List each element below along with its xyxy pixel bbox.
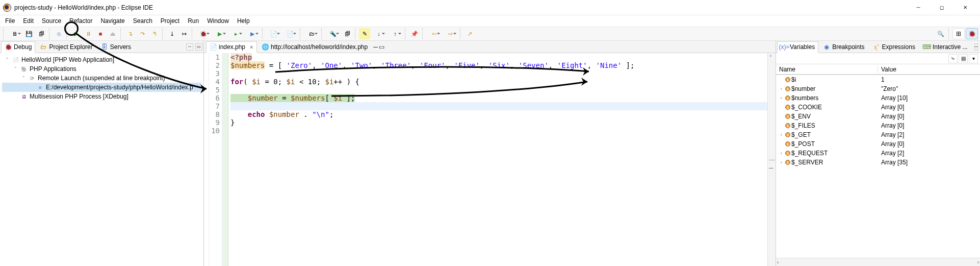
forward-button[interactable]: ⇨ <box>443 28 458 39</box>
search-button[interactable]: 🔦 <box>325 28 341 39</box>
quick-access-button[interactable]: 🔍 <box>935 28 946 39</box>
menu-source[interactable]: Source <box>38 16 65 26</box>
maximize-editor-button[interactable]: ▭ <box>379 43 384 51</box>
new-php-button[interactable]: 📄 <box>266 28 281 39</box>
minimize-vars-button[interactable]: ─ <box>974 43 978 51</box>
expander-icon[interactable] <box>778 104 784 110</box>
step-into-button[interactable]: ↴ <box>124 28 136 39</box>
scroll-left-icon[interactable]: ‹ <box>777 259 779 265</box>
collapse-all-button[interactable]: ▤ <box>959 54 968 63</box>
variable-row[interactable]: ›$$numbersArray [10] <box>776 93 980 103</box>
expander-icon[interactable] <box>778 77 784 83</box>
variable-row[interactable]: ›$$_GETArray [2] <box>776 130 980 139</box>
menu-project[interactable]: Project <box>157 16 184 26</box>
column-value-header[interactable]: Value <box>878 66 980 73</box>
tab-interactive[interactable]: ⌨ Interactive ... <box>920 41 971 53</box>
tree-row-app[interactable]: ˅ 📄 HelloWorld [PHP Web Application] <box>2 55 201 64</box>
tree-row-stack-frame[interactable]: ≡ E:/development/projects-study/php/Hell… <box>2 83 201 92</box>
suspend-button[interactable]: ⏸ <box>83 28 94 39</box>
back-button[interactable]: ⇦ <box>426 28 442 39</box>
expander-icon[interactable]: › <box>778 86 784 92</box>
open-task-button[interactable]: 🗐 <box>342 28 353 39</box>
debug-button[interactable]: 🐞 <box>196 28 211 39</box>
expander-icon[interactable]: ˅ <box>12 66 18 72</box>
tab-project-explorer[interactable]: 🗁 Project Explorer <box>36 41 96 53</box>
new-class-button[interactable]: 📄 <box>282 28 298 39</box>
save-all-button[interactable]: 🗐 <box>36 28 47 39</box>
view-menu-button[interactable]: ▾ <box>969 54 978 63</box>
open-type-button[interactable]: 🗁 <box>304 28 319 39</box>
minimize-view-button[interactable]: ─ <box>186 43 193 51</box>
maximize-view-button[interactable]: ▭ <box>195 43 202 51</box>
variable-row[interactable]: $$_COOKIEArray [0] <box>776 103 980 112</box>
next-annotation-button[interactable]: ↓ <box>371 28 386 39</box>
variable-row[interactable]: ›$$_SERVERArray [35] <box>776 158 980 167</box>
expander-icon[interactable]: › <box>778 132 784 138</box>
close-button[interactable]: ✕ <box>953 0 977 15</box>
tree-row-remote-launch[interactable]: ˅ ⟳ Remote Launch (suspended at line bre… <box>2 74 201 83</box>
editor-tab-browser[interactable]: 🌐 http://localhost/helloworld/index.php <box>258 41 371 53</box>
menu-edit[interactable]: Edit <box>19 16 38 26</box>
tab-breakpoints[interactable]: ◉ Breakpoints <box>819 41 868 53</box>
new-button[interactable]: 🗎 <box>7 28 22 39</box>
variable-row[interactable]: $$_ENVArray [0] <box>776 112 980 121</box>
menu-file[interactable]: File <box>1 16 19 26</box>
menu-search[interactable]: Search <box>129 16 157 26</box>
expander-icon[interactable] <box>778 113 784 119</box>
drop-to-frame-button[interactable]: ⤓ <box>166 28 177 39</box>
editor-scrollbar[interactable] <box>767 53 776 266</box>
open-perspective-button[interactable]: ⊞ <box>952 28 965 39</box>
minimize-editor-button[interactable]: ─ <box>373 43 378 51</box>
expander-icon[interactable]: ˅ <box>4 57 10 63</box>
save-button[interactable]: 💾 <box>23 28 35 39</box>
menu-run[interactable]: Run <box>184 16 203 26</box>
show-type-names-button[interactable]: ⤷ <box>948 54 958 63</box>
menu-navigate[interactable]: Navigate <box>96 16 128 26</box>
expander-icon[interactable]: › <box>778 159 784 165</box>
scroll-right-icon[interactable]: › <box>977 259 979 265</box>
close-icon[interactable]: ✕ <box>249 44 253 50</box>
expander-icon[interactable] <box>778 141 784 147</box>
coverage-button[interactable]: ▸ <box>228 28 244 39</box>
step-over-button[interactable]: ↷ <box>137 28 148 39</box>
expander-icon[interactable] <box>778 123 784 129</box>
menu-help[interactable]: Help <box>233 16 254 26</box>
expander-icon[interactable]: › <box>778 95 784 101</box>
menu-window[interactable]: Window <box>203 16 233 26</box>
tab-expressions[interactable]: ᶍ⁼ Expressions <box>869 41 919 53</box>
code-editor[interactable]: 1 2 3 4 5 6 7 8 9 10 <?php $numbers = [ … <box>204 53 776 266</box>
fold-column[interactable] <box>204 53 209 266</box>
variable-row[interactable]: ›$$_REQUESTArray [2] <box>776 149 980 158</box>
expander-icon[interactable]: ˅ <box>20 75 27 81</box>
step-return-button[interactable]: ↰ <box>149 28 160 39</box>
tab-variables[interactable]: (x)= Variables <box>777 41 818 53</box>
run-last-button[interactable]: ▶ <box>245 28 260 39</box>
editor-tab-indexphp[interactable]: 📄 index.php ✕ <box>206 41 257 53</box>
expander-icon[interactable]: › <box>778 150 784 156</box>
prev-annotation-button[interactable]: ↑ <box>388 28 403 39</box>
debug-perspective-button[interactable]: 🐞 <box>966 28 978 39</box>
resume-button[interactable]: ▶ <box>70 28 82 39</box>
step-filters-button[interactable]: ↦ <box>178 28 190 39</box>
variable-row[interactable]: ›$$number"Zero" <box>776 84 980 93</box>
variables-hscroll[interactable]: ‹ › <box>776 258 980 266</box>
column-name-header[interactable]: Name <box>776 66 878 73</box>
terminate-button[interactable]: ■ <box>95 28 106 39</box>
toggle-mark-button[interactable]: ✎ <box>359 28 370 39</box>
code-area[interactable]: <?php $numbers = [ 'Zero', 'One', 'Two',… <box>228 53 767 266</box>
variable-row[interactable]: $$_FILESArray [0] <box>776 121 980 130</box>
skip-breakpoints-button[interactable]: ⦸ <box>53 28 64 39</box>
maximize-button[interactable]: ◻ <box>930 0 953 15</box>
tree-row-phpapps[interactable]: ˅ 🐘 PHP Applications <box>2 64 201 74</box>
minimize-button[interactable]: ─ <box>907 0 930 15</box>
variable-row[interactable]: $$_POSTArray [0] <box>776 139 980 149</box>
pin-editor-button[interactable]: 📌 <box>409 28 420 39</box>
show-in-button[interactable]: ↗ <box>464 28 475 39</box>
run-button[interactable]: ▶ <box>212 28 227 39</box>
tree-row-multisession[interactable]: 🖥 Multisession PHP Process [XDebug] <box>2 92 201 101</box>
tab-debug[interactable]: 🐞 Debug <box>1 41 35 53</box>
menu-refactor[interactable]: Refactor <box>65 16 96 26</box>
tab-servers[interactable]: 🗄 Servers <box>97 41 135 53</box>
variable-row[interactable]: $$i1 <box>776 75 980 84</box>
disconnect-button[interactable]: ⏏ <box>107 28 118 39</box>
